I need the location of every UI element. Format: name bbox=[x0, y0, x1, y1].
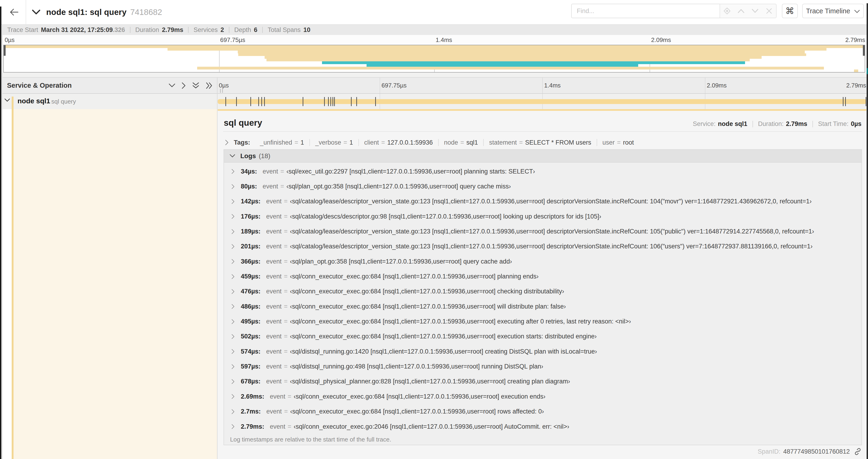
span-log-tick[interactable] bbox=[843, 97, 843, 106]
span-log-tick[interactable] bbox=[845, 97, 846, 106]
span-log-tick[interactable] bbox=[334, 97, 335, 106]
chevron-right-icon bbox=[231, 394, 236, 399]
chevron-right-icon bbox=[231, 199, 236, 204]
log-entry[interactable]: 2.69ms: event = ‹sql/conn_executor_exec.… bbox=[224, 389, 862, 404]
tag-separator bbox=[438, 139, 439, 146]
overview-value: 2.79ms bbox=[786, 120, 807, 128]
span-log-tick[interactable] bbox=[356, 97, 357, 106]
log-entry[interactable]: 574µs: event = ‹sql/distsql_running.go:1… bbox=[224, 344, 862, 359]
span-log-tick[interactable] bbox=[264, 97, 265, 106]
overview-item: Start Time: 0µs bbox=[807, 120, 862, 128]
log-entry[interactable]: 486µs: event = ‹sql/conn_executor_exec.g… bbox=[224, 299, 862, 314]
find-prev-button[interactable] bbox=[734, 4, 748, 18]
tags-label: Tags: bbox=[234, 139, 250, 146]
keyboard-shortcuts-button[interactable]: ⌘ bbox=[782, 4, 798, 18]
chevron-down-icon bbox=[751, 9, 758, 13]
locate-button[interactable] bbox=[720, 4, 734, 18]
page-title: node sql1: sql query bbox=[46, 7, 126, 17]
minimap-right-scrubber[interactable] bbox=[863, 45, 865, 56]
summary-label: Depth bbox=[234, 26, 251, 34]
chevron-right-icon bbox=[231, 424, 236, 429]
span-log-tick[interactable] bbox=[324, 97, 325, 106]
back-button[interactable] bbox=[2, 0, 26, 24]
log-entry[interactable]: 2.79ms: event = ‹sql/conn_executor_exec.… bbox=[224, 419, 862, 434]
summary-separator bbox=[130, 27, 130, 33]
span-log-tick[interactable] bbox=[258, 97, 259, 106]
log-timestamp: 34µs: bbox=[241, 168, 257, 175]
collapse-all-button[interactable] bbox=[182, 82, 186, 89]
trace-view-selector[interactable]: Trace Timeline bbox=[802, 4, 864, 18]
log-entry[interactable]: 34µs: event = ‹sql/exec_util.go:2297 [ns… bbox=[224, 164, 862, 179]
log-field-equals: = bbox=[284, 333, 288, 340]
log-entry[interactable]: 201µs: event = ‹sql/catalog/lease/descri… bbox=[224, 239, 862, 254]
log-field-key: event bbox=[266, 273, 282, 280]
span-log-tick[interactable] bbox=[866, 97, 866, 106]
collapse-one-level-button[interactable] bbox=[206, 82, 213, 89]
tag-key: _unfinished bbox=[260, 139, 292, 146]
log-entry[interactable]: 366µs: event = ‹sql/plan_opt.go:358 [nsq… bbox=[224, 254, 862, 269]
minimap-left-scrubber[interactable] bbox=[4, 45, 6, 56]
span-log-tick[interactable] bbox=[351, 97, 352, 106]
span-log-tick[interactable] bbox=[375, 97, 376, 106]
log-field-equals: = bbox=[284, 288, 288, 295]
log-timestamp: 459µs: bbox=[241, 273, 260, 280]
trace-timeline-page: node sql1: sql query 7418682 Find... bbox=[0, 0, 868, 459]
tag-equals: = bbox=[519, 139, 523, 146]
span-service-name[interactable]: node sql1 bbox=[18, 97, 50, 105]
window-edge-accent bbox=[867, 68, 868, 74]
span-log-tick[interactable] bbox=[225, 97, 226, 106]
span-log-tick[interactable] bbox=[250, 97, 251, 106]
log-entry[interactable]: 476µs: event = ‹sql/conn_executor_exec.g… bbox=[224, 284, 862, 299]
log-entry[interactable]: 495µs: event = ‹sql/conn_executor_exec.g… bbox=[224, 314, 862, 329]
log-entry[interactable]: 189µs: event = ‹sql/catalog/lease/descri… bbox=[224, 224, 862, 239]
logs-accordian: Logs (18) 34µs: event = ‹sql/exec_ut bbox=[223, 149, 862, 445]
log-entry[interactable]: 80µs: event = ‹sql/plan_opt.go:358 [nsql… bbox=[224, 179, 862, 194]
tag-key: client bbox=[364, 139, 379, 146]
tag-separator bbox=[597, 139, 597, 146]
chevron-down-icon bbox=[229, 154, 235, 158]
expand-all-button[interactable] bbox=[168, 83, 176, 88]
expand-one-level-button[interactable] bbox=[192, 82, 199, 89]
span-log-tick[interactable] bbox=[333, 97, 333, 106]
minimap[interactable] bbox=[3, 45, 865, 72]
summary-value: 10 bbox=[303, 26, 310, 34]
deep-link-icon[interactable] bbox=[854, 448, 862, 455]
title-collapse-icon[interactable] bbox=[32, 9, 40, 15]
logs-header[interactable]: Logs (18) bbox=[224, 150, 862, 163]
find-next-button[interactable] bbox=[748, 4, 762, 18]
column-resizer[interactable] bbox=[217, 77, 217, 459]
tags-accordian[interactable]: Tags: _unfinished = 1 _verbose = bbox=[225, 136, 634, 149]
span-log-tick[interactable] bbox=[261, 97, 262, 106]
span-log-tick[interactable] bbox=[331, 97, 331, 106]
find-input[interactable]: Find... bbox=[571, 4, 720, 18]
log-timestamp: 201µs: bbox=[241, 243, 260, 250]
page-title-group: node sql1: sql query 7418682 bbox=[32, 0, 162, 24]
span-operation-name[interactable]: sql query bbox=[51, 98, 76, 105]
summary-separator bbox=[188, 27, 189, 33]
log-field-equals: = bbox=[284, 378, 288, 385]
log-timestamp: 80µs: bbox=[241, 183, 257, 190]
log-entry[interactable]: 176µs: event = ‹sql/catalog/descs/descri… bbox=[224, 209, 862, 224]
span-log-tick[interactable] bbox=[328, 97, 329, 106]
log-field-key: event bbox=[266, 243, 282, 250]
overview-item: Duration: 2.79ms bbox=[747, 120, 807, 128]
tag-item: statement = SELECT * FROM users bbox=[489, 139, 602, 146]
log-entry[interactable]: 678µs: event = ‹sql/distsql_physical_pla… bbox=[224, 374, 862, 389]
span-row[interactable]: node sql1 sql query bbox=[3, 94, 868, 109]
tag-key: statement bbox=[489, 139, 517, 146]
chevron-right-icon bbox=[231, 259, 236, 264]
find-clear-button[interactable] bbox=[762, 4, 776, 18]
log-entry[interactable]: 142µs: event = ‹sql/catalog/lease/descri… bbox=[224, 194, 862, 209]
log-field-key: event bbox=[263, 183, 278, 190]
span-duration-bar[interactable] bbox=[218, 99, 866, 104]
span-log-tick[interactable] bbox=[303, 97, 303, 106]
log-entry[interactable]: 2.7ms: event = ‹sql/conn_executor_exec.g… bbox=[224, 404, 862, 419]
log-field-key: event bbox=[266, 303, 282, 310]
log-field-equals: = bbox=[284, 408, 288, 415]
locate-icon bbox=[723, 7, 731, 15]
log-entry[interactable]: 597µs: event = ‹sql/distsql_running.go:4… bbox=[224, 359, 862, 374]
log-entry[interactable]: 459µs: event = ‹sql/conn_executor_exec.g… bbox=[224, 269, 862, 284]
span-children-toggle[interactable] bbox=[4, 98, 10, 102]
span-log-tick[interactable] bbox=[236, 97, 237, 106]
log-entry[interactable]: 502µs: event = ‹sql/conn_executor_exec.g… bbox=[224, 329, 862, 344]
